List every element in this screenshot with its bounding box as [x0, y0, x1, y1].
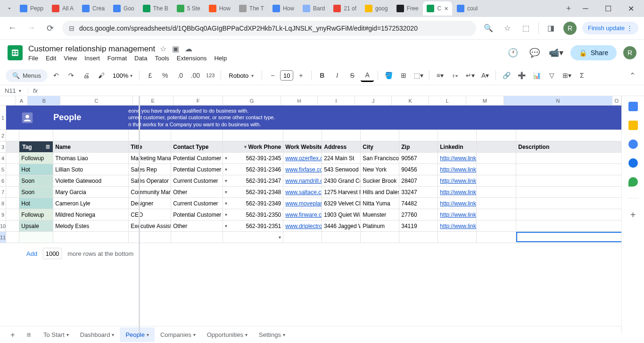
browser-tab[interactable]: 5 Ste — [173, 1, 204, 16]
tag-cell[interactable]: Upsale — [19, 220, 53, 231]
new-tab-button[interactable]: + — [562, 2, 575, 15]
phone-cell[interactable]: ▾562-391-2345 — [223, 153, 283, 163]
browser-tab[interactable]: Free — [393, 1, 422, 16]
website-cell[interactable]: www.namdrill.co — [283, 175, 322, 186]
filter-button[interactable]: ▽ — [545, 69, 558, 82]
meet-icon[interactable]: 📹▾ — [549, 45, 564, 60]
freeze-line[interactable] — [139, 96, 140, 334]
calendar-icon[interactable] — [628, 102, 638, 111]
sheet-tab-to-start[interactable]: To Start▾ — [38, 327, 74, 342]
description-cell[interactable] — [516, 175, 621, 186]
decrease-decimal-button[interactable]: .0 — [173, 69, 187, 82]
col-header-L[interactable]: L — [429, 96, 466, 105]
sheets-logo-icon[interactable] — [8, 45, 23, 60]
linkedin-cell[interactable]: http://www.linked — [438, 164, 477, 175]
row-header-2[interactable]: 2 — [0, 130, 6, 141]
chevron-down-icon[interactable]: ▾ — [225, 189, 227, 195]
row-header-4[interactable]: 4 — [0, 153, 6, 164]
browser-tab[interactable]: The B — [139, 1, 172, 16]
col-header-B[interactable]: B — [28, 96, 60, 105]
history-icon[interactable]: 🕐 — [505, 45, 520, 60]
header-linkedin[interactable]: Linkedin — [438, 141, 477, 152]
title-cell[interactable]: Sales Rep — [129, 164, 171, 175]
city-cell[interactable]: Hills and Dales — [361, 187, 399, 197]
site-info-icon[interactable]: ⊟ — [69, 24, 74, 32]
table-row[interactable]: Hot Cameron Lyle Designer Current Custom… — [6, 198, 621, 209]
header-address[interactable]: Address — [322, 141, 361, 152]
phone-cell[interactable]: ▾562-391-2348 — [223, 187, 283, 197]
menu-help[interactable]: Help — [214, 55, 227, 62]
title-cell[interactable]: Community Manager — [129, 187, 171, 197]
title-cell[interactable]: CEO — [129, 209, 171, 220]
tag-cell[interactable]: Hot — [19, 198, 53, 209]
filter-icon[interactable]: ☰ — [46, 144, 50, 149]
col-header-G[interactable]: G — [223, 96, 281, 105]
address-cell[interactable]: 6329 Velvet Clou — [322, 198, 361, 209]
row-header-1[interactable]: 1 — [0, 106, 6, 130]
title-cell[interactable]: Sales Operator — [129, 175, 171, 186]
spreadsheet-grid[interactable]: A B C E F G H I J K L M N O 1 2 3 4 5 6 … — [0, 96, 621, 334]
functions-button[interactable]: Σ — [575, 69, 588, 82]
profile-avatar[interactable]: R — [563, 22, 577, 35]
menu-format[interactable]: Format — [107, 55, 127, 62]
table-row[interactable]: Followup Mildred Noriega CEO Potential C… — [6, 209, 621, 220]
valign-button[interactable]: ⫞▾ — [448, 69, 462, 82]
cloud-icon[interactable]: ☁ — [185, 44, 192, 53]
phone-cell[interactable]: ▾562-391-2349 — [223, 198, 283, 209]
header-work-phone[interactable]: ▾ Work Phone — [223, 141, 283, 152]
linkedin-cell[interactable]: http://www.linked — [438, 187, 477, 197]
col-header-K[interactable]: K — [392, 96, 429, 105]
row-header-10[interactable]: 10 — [0, 220, 6, 232]
zip-cell[interactable]: 34119 — [399, 220, 438, 231]
zip-cell[interactable]: 90456 — [399, 164, 438, 175]
format-123-button[interactable]: 123 — [204, 69, 217, 82]
comments-icon[interactable]: 💬 — [527, 45, 542, 60]
description-cell[interactable] — [516, 187, 621, 197]
zip-cell[interactable]: 90567 — [399, 153, 438, 163]
merge-button[interactable]: ⬚▾ — [412, 69, 425, 82]
city-cell[interactable]: San Francisco — [361, 153, 399, 163]
row-header-5[interactable]: 5 — [0, 164, 6, 175]
zip-cell[interactable]: 33247 — [399, 187, 438, 197]
add-rows-input[interactable] — [43, 248, 62, 259]
phone-cell[interactable]: ▾562-391-2351 — [223, 220, 283, 231]
browser-tab[interactable]: How — [269, 1, 298, 16]
minimize-button[interactable]: ─ — [576, 1, 595, 16]
contact-type-cell[interactable]: Potential Customer — [171, 209, 223, 220]
close-tab-icon[interactable]: ✕ — [444, 6, 448, 12]
website-cell[interactable]: www.moveplane — [283, 198, 322, 209]
description-cell[interactable] — [516, 198, 621, 209]
chevron-down-icon[interactable]: ▾ — [225, 223, 227, 229]
phone-cell[interactable]: ▾562-391-2350 — [223, 209, 283, 220]
name-cell[interactable]: Thomas Liao — [53, 153, 129, 163]
finish-update-button[interactable]: Finish update ⋮ — [582, 22, 638, 34]
linkedin-cell[interactable]: http://www.linked — [438, 153, 477, 163]
print-button[interactable]: 🖨 — [80, 69, 93, 82]
description-cell[interactable] — [516, 164, 621, 175]
header-zip[interactable]: Zip — [399, 141, 438, 152]
row-header-11[interactable]: 11 — [0, 232, 6, 243]
decrease-font-button[interactable]: − — [266, 69, 279, 82]
star-icon[interactable]: ☆ — [160, 44, 166, 53]
address-cell[interactable]: 3446 Jagged Wa — [322, 220, 361, 231]
paint-format-button[interactable]: 🖌 — [95, 69, 108, 82]
menus-button[interactable]: 🔍 Menus — [6, 69, 48, 82]
website-cell[interactable]: www.saltace.com — [283, 187, 322, 197]
keep-icon[interactable] — [628, 121, 638, 130]
chevron-down-icon[interactable]: ▾ — [283, 332, 285, 337]
browser-tab[interactable]: goog — [361, 1, 392, 16]
strikethrough-button[interactable]: S — [346, 69, 359, 82]
phone-cell[interactable]: ▾562-391-2346 — [223, 164, 283, 175]
browser-tab[interactable]: Crea — [78, 1, 108, 16]
halign-button[interactable]: ≡▾ — [433, 69, 446, 82]
city-cell[interactable]: Sucker Brook — [361, 175, 399, 186]
contact-type-cell[interactable]: Potential Customer — [171, 153, 223, 163]
name-cell[interactable]: Cameron Lyle — [53, 198, 129, 209]
menu-tools[interactable]: Tools — [155, 55, 169, 62]
linkedin-cell[interactable]: http://www.linked — [438, 220, 477, 231]
chevron-down-icon[interactable]: ▾ — [193, 332, 196, 337]
zoom-select[interactable]: 100% ▾ — [110, 72, 135, 79]
website-cell[interactable]: www.driplectron — [283, 220, 322, 231]
increase-decimal-button[interactable]: .00 — [189, 69, 202, 82]
description-cell[interactable] — [516, 220, 621, 231]
